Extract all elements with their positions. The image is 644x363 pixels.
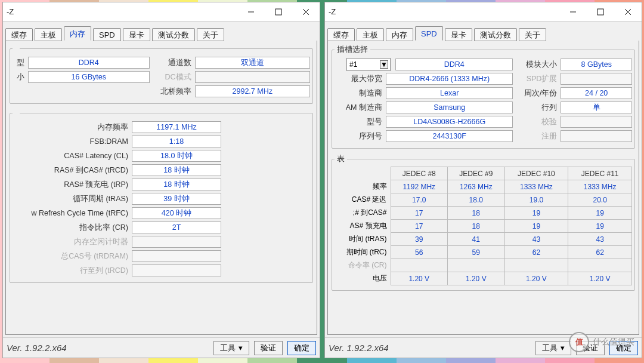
maximize-button[interactable] — [265, 2, 292, 21]
field-label: 总CAS号 (tRDRAM) — [13, 251, 132, 262]
spd-value: DDR4-2666 (1333 MHz) — [386, 73, 513, 85]
spd-value: Samsung — [386, 101, 513, 113]
field-label: RAS# 预充电 (tRP) — [13, 180, 132, 190]
row-label: AS# 预充电 — [335, 220, 391, 233]
version: Ver. 1.92.2.x64 — [7, 343, 70, 353]
field-label: 型号 — [335, 117, 386, 127]
slot-dropdown[interactable]: #1 ▼ — [346, 58, 391, 71]
field-label: 型 — [13, 58, 28, 68]
watermark-icon: 值 — [569, 332, 589, 352]
table-header: JEDEC #9 — [448, 167, 505, 180]
table-header: JEDEC #11 — [568, 167, 632, 180]
cell: 19.0 — [504, 193, 568, 207]
window-title: -Z — [325, 7, 559, 16]
close-button[interactable] — [614, 2, 642, 21]
tab-about[interactable]: 关于 — [519, 28, 546, 41]
memory-timings-group: 内存频率1197.1 MHzFSB:DRAM1:18CAS# Latency (… — [10, 109, 313, 283]
cell: 39 — [391, 233, 448, 246]
tab-bench[interactable]: 测试分数 — [474, 28, 517, 41]
field-label: 校验 — [516, 117, 561, 127]
field-label: 制造商 — [335, 88, 386, 99]
tab-about[interactable]: 关于 — [197, 28, 224, 41]
field-label: 周次/年份 — [516, 88, 561, 99]
cell — [504, 259, 568, 272]
group-legend — [13, 44, 20, 53]
cell: 19 — [568, 220, 632, 233]
memory-nbfreq: 2992.7 MHz — [195, 85, 310, 97]
spd-value — [561, 73, 632, 85]
spd-timings-group: 表 JEDEC #8JEDEC #9JEDEC #10JEDEC #11频率11… — [332, 153, 635, 291]
memory-general-group: 型DDR4 小16 GBytes 通道数双通道 DC模式 北桥频率2992.7 … — [10, 44, 313, 104]
cell: 18.0 — [448, 193, 505, 207]
field-label: 内存空闲计时器 — [13, 237, 132, 247]
spd-slot-group: 插槽选择 #1 ▼ DDR4 最大带宽DDR4-2666 — [332, 44, 635, 149]
tab-cache[interactable]: 缓存 — [5, 28, 33, 41]
spd-value: 8 GBytes — [561, 59, 632, 70]
tab-graphics[interactable]: 显卡 — [123, 28, 150, 41]
field-label: 内存频率 — [13, 122, 132, 133]
spd-value: LD4AS008G-H2666G — [386, 116, 513, 128]
tab-spd[interactable]: SPD — [93, 28, 121, 41]
field-label: w Refresh Cycle Time (tRFC) — [13, 209, 132, 217]
cell: 18 — [448, 220, 505, 233]
field-label: 注册 — [516, 131, 561, 141]
tabstrip: 缓存 主板 内存 SPD 显卡 测试分数 关于 — [5, 25, 317, 41]
group-legend: 插槽选择 — [335, 44, 370, 55]
tabstrip: 缓存 主板 内存 SPD 显卡 测试分数 关于 — [327, 25, 639, 41]
svg-rect-1 — [275, 9, 281, 15]
tab-cache[interactable]: 缓存 — [327, 28, 355, 41]
close-button[interactable] — [292, 2, 320, 21]
row-label: ;# 到CAS# — [335, 207, 391, 220]
cell: 56 — [391, 246, 448, 259]
row-label: 频率 — [335, 180, 391, 193]
field-label: 序列号 — [335, 131, 386, 141]
table-header: JEDEC #8 — [391, 167, 448, 180]
timing-value: 1197.1 MHz — [132, 121, 221, 133]
memory-type: DDR4 — [28, 57, 150, 69]
field-label: 通道数 — [153, 58, 195, 68]
field-label: 行至列 (tRCD) — [13, 266, 132, 276]
tab-mainboard[interactable]: 主板 — [35, 28, 62, 41]
cell: 17 — [391, 207, 448, 220]
cell: 1192 MHz — [391, 180, 448, 193]
cell: 1.20 V — [448, 272, 505, 285]
tools-button[interactable]: 工具▾ — [213, 341, 249, 355]
spd-value — [561, 116, 632, 128]
timing-value — [132, 250, 221, 262]
field-label: 指令比率 (CR) — [13, 223, 132, 233]
cell: 59 — [448, 246, 505, 259]
timing-value: 39 时钟 — [132, 193, 221, 205]
field-label: RAS# 到CAS# (tRCD) — [13, 165, 132, 176]
cell — [448, 259, 505, 272]
memory-size: 16 GBytes — [28, 71, 150, 83]
timing-value: 18.0 时钟 — [132, 150, 221, 162]
tools-button[interactable]: 工具▾ — [535, 341, 571, 355]
cell: 19 — [504, 220, 568, 233]
tab-memory[interactable]: 内存 — [386, 28, 413, 41]
row-label: 命令率 (CR) — [335, 259, 391, 272]
cell: 19 — [568, 207, 632, 220]
tab-spd[interactable]: SPD — [415, 26, 443, 41]
titlebar[interactable]: -Z — [3, 2, 320, 21]
minimize-button[interactable] — [559, 2, 587, 21]
tab-memory[interactable]: 内存 — [64, 26, 91, 41]
tab-graphics[interactable]: 显卡 — [445, 28, 472, 41]
memory-channels: 双通道 — [195, 57, 310, 69]
field-label: AM 制造商 — [335, 103, 386, 113]
cell: 1263 MHz — [448, 180, 505, 193]
cell: 18 — [448, 207, 505, 220]
field-label: 循环周期 (tRAS) — [13, 194, 132, 204]
cell: 41 — [448, 233, 505, 246]
maximize-button[interactable] — [587, 2, 614, 21]
verify-button[interactable]: 验证 — [254, 341, 283, 355]
titlebar[interactable]: -Z — [325, 2, 642, 21]
tab-mainboard[interactable]: 主板 — [357, 28, 384, 41]
timing-value: 1:18 — [132, 136, 221, 147]
timing-value: 2T — [132, 222, 221, 233]
spd-type: DDR4 — [395, 59, 513, 70]
field-label: CAS# Latency (CL) — [13, 152, 132, 160]
ok-button[interactable]: 确定 — [287, 341, 316, 355]
cell: 1.20 V — [568, 272, 632, 285]
minimize-button[interactable] — [237, 2, 265, 21]
tab-bench[interactable]: 测试分数 — [152, 28, 195, 41]
